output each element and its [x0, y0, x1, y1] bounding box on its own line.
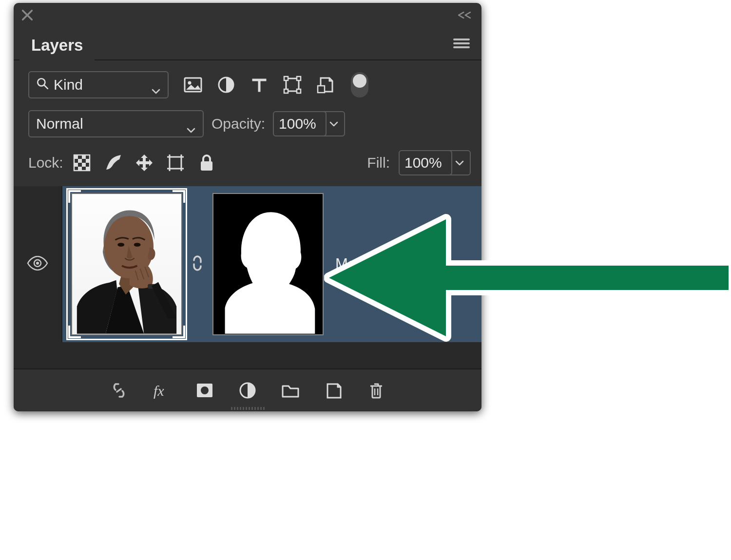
chevron-down-icon	[455, 159, 464, 166]
layer-thumbnail[interactable]	[71, 193, 182, 335]
layer-thumbnail-wrap	[71, 193, 182, 335]
fill-input[interactable]: 100%	[399, 150, 452, 175]
opacity-value: 100%	[279, 116, 321, 132]
toggle-knob	[353, 74, 366, 88]
layer-name[interactable]: Masked	[335, 255, 388, 273]
lock-image-icon[interactable]	[103, 153, 123, 173]
selection-corner	[68, 326, 81, 338]
chevron-down-icon	[151, 81, 161, 88]
search-icon	[36, 77, 49, 93]
layer-row[interactable]: Masked	[14, 186, 481, 342]
svg-rect-7	[284, 89, 288, 93]
selection-corner	[173, 190, 185, 203]
opacity-input[interactable]: 100%	[273, 111, 327, 136]
selection-corner	[68, 190, 81, 203]
selection-corner	[173, 326, 185, 338]
filter-type-icon[interactable]	[250, 75, 269, 95]
lock-transparency-icon[interactable]	[72, 153, 92, 173]
kind-filter-dropdown[interactable]: Kind	[28, 71, 169, 98]
collapse-panel-icon[interactable]	[456, 11, 473, 21]
mask-link-icon[interactable]	[189, 253, 206, 275]
lock-artboard-icon[interactable]	[166, 153, 185, 173]
blend-mode-value: Normal	[36, 116, 186, 132]
layers-bottom-toolbar: fx	[14, 368, 481, 411]
chevron-down-icon	[186, 120, 196, 127]
svg-rect-9	[318, 86, 325, 93]
layers-panel: Layers Kind	[14, 3, 481, 411]
svg-rect-6	[297, 77, 301, 80]
svg-point-22	[36, 262, 39, 265]
svg-point-24	[117, 243, 124, 247]
filter-toggle[interactable]	[351, 72, 368, 97]
svg-rect-14	[86, 159, 90, 163]
opacity-label: Opacity:	[212, 116, 265, 132]
panel-menu-icon[interactable]	[453, 38, 470, 51]
new-layer-icon[interactable]	[323, 380, 344, 401]
visibility-column	[14, 186, 62, 342]
layer-mask-thumbnail[interactable]	[212, 193, 324, 335]
svg-rect-8	[297, 89, 301, 93]
svg-rect-13	[78, 159, 82, 163]
lock-all-icon[interactable]	[197, 153, 216, 173]
portrait-image	[72, 194, 181, 334]
lock-position-icon[interactable]	[135, 153, 154, 173]
lock-row: Lock: Fill:	[14, 142, 481, 186]
lock-label: Lock:	[28, 154, 63, 171]
svg-rect-17	[78, 167, 82, 171]
add-mask-icon[interactable]	[194, 380, 215, 401]
resize-grip[interactable]	[218, 406, 277, 410]
fill-value: 100%	[404, 154, 446, 171]
svg-rect-15	[74, 163, 78, 167]
filter-adjustment-icon[interactable]	[216, 75, 236, 95]
fill-label: Fill:	[367, 154, 390, 171]
new-group-icon[interactable]	[280, 380, 301, 401]
panel-top-strip	[14, 3, 481, 29]
filter-type-icons	[183, 75, 335, 95]
svg-rect-5	[284, 77, 288, 80]
svg-rect-16	[82, 163, 86, 167]
visibility-eye-icon[interactable]	[27, 256, 48, 272]
delete-layer-icon[interactable]	[366, 380, 386, 401]
svg-rect-19	[170, 157, 181, 169]
layers-empty-space	[14, 342, 481, 368]
svg-rect-18	[86, 167, 90, 171]
blend-row: Normal Opacity: 100%	[14, 105, 481, 142]
blend-mode-dropdown[interactable]: Normal	[28, 110, 204, 137]
close-icon[interactable]	[20, 8, 34, 24]
tab-layers[interactable]: Layers	[19, 31, 95, 60]
layer-effects-icon[interactable]: fx	[152, 380, 172, 401]
link-layers-icon[interactable]	[109, 380, 129, 401]
filter-pixel-icon[interactable]	[183, 75, 203, 95]
svg-point-2	[188, 81, 192, 85]
svg-rect-12	[82, 155, 86, 159]
new-adjustment-layer-icon[interactable]	[237, 380, 258, 401]
opacity-dropdown-button[interactable]	[324, 111, 345, 136]
filter-row: Kind	[14, 60, 481, 105]
mask-silhouette	[213, 194, 323, 334]
svg-point-29	[201, 386, 209, 394]
svg-point-25	[134, 243, 141, 247]
svg-text:fx: fx	[154, 383, 164, 399]
panel-tab-row: Layers	[14, 29, 481, 60]
kind-filter-label: Kind	[54, 77, 146, 93]
fill-dropdown-button[interactable]	[449, 150, 471, 175]
svg-rect-11	[74, 155, 78, 159]
chevron-down-icon	[329, 120, 339, 127]
layers-list: Masked	[14, 186, 481, 368]
filter-shape-icon[interactable]	[283, 75, 302, 95]
svg-rect-20	[201, 161, 212, 171]
filter-smartobject-icon[interactable]	[316, 75, 335, 95]
